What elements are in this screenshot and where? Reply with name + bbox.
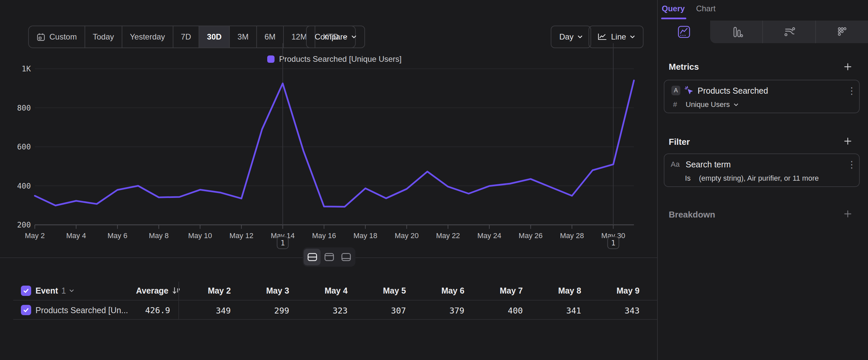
row-checkbox[interactable] (21, 305, 31, 315)
x-tick-label: May 22 (436, 231, 460, 240)
table-col-header: May 2 (173, 281, 231, 301)
table-row-values: 349299323307379400341343 (173, 301, 640, 321)
tab-query[interactable]: Query (662, 4, 685, 13)
chart-type-retention[interactable] (815, 21, 868, 43)
table-col-header: May 8 (523, 281, 581, 301)
measure-prefix: # (673, 100, 677, 109)
check-icon (23, 287, 30, 294)
chart-view-icon (324, 253, 334, 261)
average-value: 426.9 (106, 301, 170, 320)
plus-icon (843, 62, 852, 72)
chevron-down-icon (69, 289, 74, 292)
chart-view-button[interactable] (320, 249, 338, 265)
x-tick-label: May 18 (353, 231, 377, 240)
table-col-header: May 3 (231, 281, 289, 301)
metric-letter-badge: A (672, 86, 680, 95)
main-area: CustomTodayYesterday7D30D3M6M12MXTD Comp… (0, 0, 657, 360)
filter-values-summary[interactable]: (empty string), Air purifier, or 11 more (699, 174, 819, 183)
table-col-header: May 7 (465, 281, 523, 301)
table-column-divider (178, 282, 179, 320)
event-count: 1 (61, 286, 66, 296)
measure-label: Unique Users (686, 100, 730, 109)
y-tick-label: 400 (17, 182, 31, 190)
breakdown-section-title: Breakdown (669, 210, 715, 220)
chevron-down-icon (734, 103, 738, 106)
chart-type-tabs (658, 21, 868, 43)
flow-icon (782, 25, 796, 39)
annotation-badge-label: 1 (280, 239, 285, 247)
x-tick-label: May 10 (188, 231, 212, 240)
metric-event-name[interactable]: Products Searched (698, 86, 768, 95)
y-tick-label: 800 (17, 104, 31, 112)
table-col-value: 379 (406, 301, 465, 321)
table-col-value: 400 (465, 301, 523, 321)
y-tick-label: 600 (17, 142, 31, 151)
table-col-value: 323 (289, 301, 347, 321)
table-col-header: May 9 (581, 281, 640, 301)
query-sidebar: Query Chart Metrics (658, 0, 868, 360)
string-property-icon: Aa (671, 160, 680, 169)
metric-row: A Products Searched ⋮ (664, 84, 859, 98)
event-select-all-checkbox[interactable] (21, 286, 31, 296)
annotation-badge-label: 1 (611, 239, 615, 247)
event-column-header[interactable]: Event 1 (35, 281, 74, 301)
split-view-button[interactable] (304, 249, 320, 265)
x-tick-label: May 20 (395, 231, 419, 240)
table-col-header: May 4 (289, 281, 347, 301)
table-col-value: 341 (523, 301, 581, 321)
x-tick-label: May 26 (519, 231, 542, 240)
chart-type-tab-group (710, 21, 868, 43)
add-filter-button[interactable] (842, 136, 854, 147)
x-tick-label: May 8 (149, 231, 169, 240)
dots-grid-icon (835, 25, 849, 39)
tab-chart[interactable]: Chart (696, 4, 715, 13)
sidebar-tabs: Query Chart (662, 4, 715, 13)
table-col-value: 307 (347, 301, 406, 321)
table-col-header: May 5 (347, 281, 406, 301)
table-col-value: 343 (581, 301, 640, 321)
x-tick-label: May 6 (107, 231, 127, 240)
x-tick-label: May 4 (66, 231, 86, 240)
chart-plot[interactable]: 2004006008001KMay 2May 4May 6May 8May 10… (0, 0, 657, 266)
active-tab-underline (661, 18, 686, 19)
event-label: Event (35, 286, 58, 296)
table-col-value: 349 (173, 301, 231, 321)
add-metric-button[interactable] (842, 61, 854, 73)
bar-chart-icon (730, 25, 743, 39)
filter-condition-row: Is (empty string), Air purifier, or 11 m… (664, 173, 859, 185)
table-view-button[interactable] (338, 249, 354, 265)
event-click-icon (684, 85, 694, 95)
insights-line-icon (677, 25, 691, 39)
metric-more-button[interactable]: ⋮ (846, 84, 858, 97)
chart-type-insights-selected[interactable] (658, 21, 710, 43)
filter-more-button[interactable]: ⋮ (846, 158, 858, 171)
filter-operator[interactable]: Is (685, 174, 691, 183)
y-tick-label: 200 (17, 221, 31, 229)
add-breakdown-button[interactable] (842, 208, 854, 220)
plus-icon (843, 137, 852, 146)
layout-toggle (303, 247, 355, 267)
table-view-icon (341, 253, 351, 261)
chart-type-bar[interactable] (710, 21, 762, 43)
split-view-icon (307, 253, 317, 261)
table-col-value: 299 (231, 301, 289, 321)
y-tick-label: 1K (22, 64, 31, 73)
metric-card[interactable]: A Products Searched ⋮ # Unique Users (664, 80, 860, 113)
x-tick-label: May 24 (477, 231, 501, 240)
x-tick-label: May 28 (560, 231, 584, 240)
table-date-headers: May 2May 3May 4May 5May 6May 7May 8May 9 (173, 281, 640, 301)
filter-row: Aa Search term ⋮ (664, 158, 859, 172)
filter-property-name[interactable]: Search term (686, 160, 731, 169)
chart-type-flow[interactable] (762, 21, 815, 43)
check-icon (23, 307, 30, 313)
x-tick-label: May 2 (25, 231, 45, 240)
filter-card[interactable]: Aa Search term ⋮ Is (empty string), Air … (664, 154, 860, 187)
x-tick-label: May 12 (229, 231, 253, 240)
chart-line[interactable] (35, 80, 634, 206)
metrics-section-title: Metrics (669, 62, 699, 72)
plus-icon (843, 209, 852, 219)
filter-section-title: Filter (669, 137, 690, 147)
measure-selector[interactable]: Unique Users (686, 100, 738, 109)
average-label: Average (136, 286, 168, 296)
x-tick-label: May 16 (312, 231, 336, 240)
